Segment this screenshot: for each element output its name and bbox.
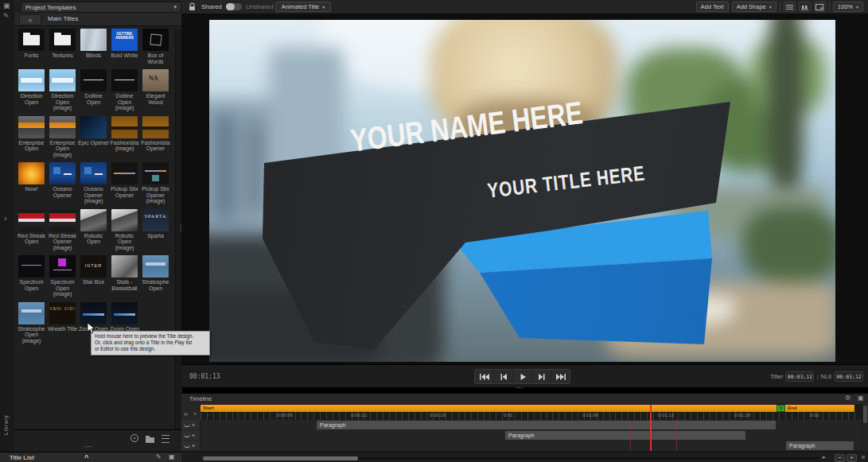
stage-resize-handle-icon[interactable]: ⋯: [516, 386, 524, 390]
track-expand-icon[interactable]: ▸: [193, 433, 195, 437]
template-thumbnail[interactable]: [49, 255, 76, 278]
template-item[interactable]: Red Streak Open: [16, 209, 47, 251]
template-thumbnail[interactable]: [111, 162, 138, 184]
columns-icon[interactable]: [799, 2, 811, 12]
template-thumbnail[interactable]: [49, 69, 76, 91]
safe-area-icon[interactable]: [814, 2, 826, 12]
template-thumbnail[interactable]: [142, 162, 169, 184]
go-to-end-button[interactable]: [551, 370, 570, 383]
template-item[interactable]: Pickup Stix Opener: [109, 162, 140, 204]
template-item[interactable]: Now!: [16, 162, 47, 204]
template-thumbnail[interactable]: Getting ANSWERS: [111, 29, 138, 51]
lock-icon[interactable]: [188, 2, 197, 11]
timeline-track[interactable]: ▸ Paragraph: [181, 430, 868, 441]
link-tracks-icon[interactable]: ∞: [184, 411, 188, 417]
track-expand-icon[interactable]: ▸: [193, 443, 195, 448]
step-forward-button[interactable]: [532, 370, 551, 383]
range-marker[interactable]: M: [777, 405, 785, 412]
template-thumbnail[interactable]: NA: [142, 69, 169, 91]
template-item[interactable]: Blinds: [78, 29, 109, 64]
timeline-zoom-in-button[interactable]: +: [847, 454, 857, 462]
template-thumbnail[interactable]: [142, 255, 169, 278]
panel-square-icon[interactable]: ▣: [858, 394, 864, 402]
track-visibility-icon[interactable]: [184, 423, 190, 427]
scrollbar-thumb[interactable]: [203, 456, 358, 460]
template-item[interactable]: Pickup Stix Opener (image): [140, 162, 171, 204]
pencil-icon[interactable]: ✎: [3, 13, 10, 20]
template-item[interactable]: Spectrum Open (image): [47, 255, 78, 297]
toggle-knob[interactable]: [226, 3, 235, 10]
template-item[interactable]: Dotline Open (image): [109, 69, 140, 111]
template-item[interactable]: Getting ANSWERSBold White: [109, 29, 140, 64]
template-item[interactable]: Epic Opener: [78, 116, 109, 158]
template-item[interactable]: Enterprise Open: [16, 116, 47, 158]
track-visibility-icon[interactable]: [184, 444, 190, 448]
track-visibility-icon[interactable]: [184, 433, 190, 437]
template-item[interactable]: Spectrum Open: [16, 255, 47, 297]
template-thumbnail[interactable]: SPARTA: [142, 209, 169, 231]
timeline-clip[interactable]: Paragraph: [505, 431, 745, 440]
template-item[interactable]: Fonts: [16, 29, 47, 64]
template-item[interactable]: Stats - Basketball: [109, 255, 140, 297]
video-preview[interactable]: YOUR NAME HERE YOUR TITLE HERE: [209, 20, 835, 362]
template-item[interactable]: Oceano Opener: [47, 162, 78, 204]
list-view-icon[interactable]: [162, 435, 169, 443]
template-thumbnail[interactable]: [18, 209, 45, 231]
template-item[interactable]: Box of Words: [140, 29, 171, 64]
gear-icon[interactable]: ⚙: [845, 394, 850, 402]
template-item[interactable]: Textures: [47, 29, 78, 64]
timeline-track[interactable]: ▸ Paragraph: [181, 420, 868, 431]
go-to-start-button[interactable]: [475, 370, 494, 383]
align-lines-icon[interactable]: [784, 2, 796, 12]
template-thumbnail[interactable]: [80, 116, 107, 138]
folder-icon[interactable]: [49, 29, 76, 51]
back-button[interactable]: <: [19, 14, 41, 25]
template-item[interactable]: Robotic Open: [78, 209, 109, 251]
zoom-level-dropdown[interactable]: 100% ▾: [833, 2, 863, 12]
chevron-up-icon[interactable]: ^: [84, 454, 88, 460]
template-thumbnail[interactable]: [80, 29, 107, 51]
timeline-track[interactable]: ▸ Paragraph: [181, 441, 868, 452]
template-thumbnail[interactable]: VENI VIDI: [49, 302, 76, 324]
template-thumbnail[interactable]: [49, 209, 76, 231]
template-item[interactable]: Enterprise Open (image): [47, 116, 78, 158]
scroll-right-icon[interactable]: ▸: [823, 454, 826, 460]
template-thumbnail[interactable]: [49, 116, 76, 138]
track-expand-icon[interactable]: ▸: [193, 422, 195, 427]
nle-timecode-field[interactable]: 00:03;12: [835, 371, 863, 382]
add-text-button[interactable]: Add Text: [696, 2, 729, 12]
playhead[interactable]: [650, 405, 652, 451]
project-templates-dropdown[interactable]: Project Templates ▾: [21, 2, 181, 13]
template-item[interactable]: NAElegant Wood: [140, 69, 171, 111]
shared-toggle[interactable]: [226, 3, 242, 10]
add-track-icon[interactable]: +: [193, 411, 197, 417]
template-thumbnail[interactable]: INTER: [80, 255, 107, 278]
template-thumbnail[interactable]: [18, 162, 45, 184]
timeline-clip[interactable]: Paragraph: [786, 441, 854, 450]
timeline-zoom-out-button[interactable]: −: [835, 454, 845, 462]
panel-expander-icon[interactable]: ›: [4, 215, 7, 222]
template-item[interactable]: Oceano Opener (image): [78, 162, 109, 204]
template-thumbnail[interactable]: [111, 116, 138, 138]
template-item[interactable]: Fashionista Opener: [140, 116, 171, 158]
monitor-icon[interactable]: ▣: [3, 2, 10, 10]
template-thumbnail[interactable]: [80, 302, 107, 324]
step-back-button[interactable]: [494, 370, 513, 383]
folder-icon[interactable]: [18, 29, 45, 51]
template-item[interactable]: SPARTASparta: [140, 209, 171, 251]
panel-resize-handle-icon[interactable]: ⋯: [84, 445, 93, 448]
template-thumbnail[interactable]: [80, 69, 107, 91]
template-item[interactable]: Dotline Open: [78, 69, 109, 111]
timeline-ruler[interactable]: ∞ + Start End M 0:00;060:00;120:00;180:0…: [181, 404, 868, 420]
pencil-icon[interactable]: ✎: [156, 453, 162, 461]
template-thumbnail[interactable]: [111, 209, 138, 231]
title-list-bar[interactable]: Title List ^ ✎ ▣: [0, 452, 182, 462]
template-thumbnail[interactable]: [18, 255, 45, 278]
preview-icon[interactable]: [130, 434, 138, 442]
template-item[interactable]: Direction Open (image): [47, 69, 78, 111]
template-thumbnail[interactable]: [18, 69, 45, 91]
template-item[interactable]: Red Streak Opener (image): [47, 209, 78, 251]
template-thumbnail[interactable]: [80, 162, 107, 184]
template-item[interactable]: Direction Open: [16, 69, 47, 111]
template-thumbnail[interactable]: [111, 302, 138, 324]
